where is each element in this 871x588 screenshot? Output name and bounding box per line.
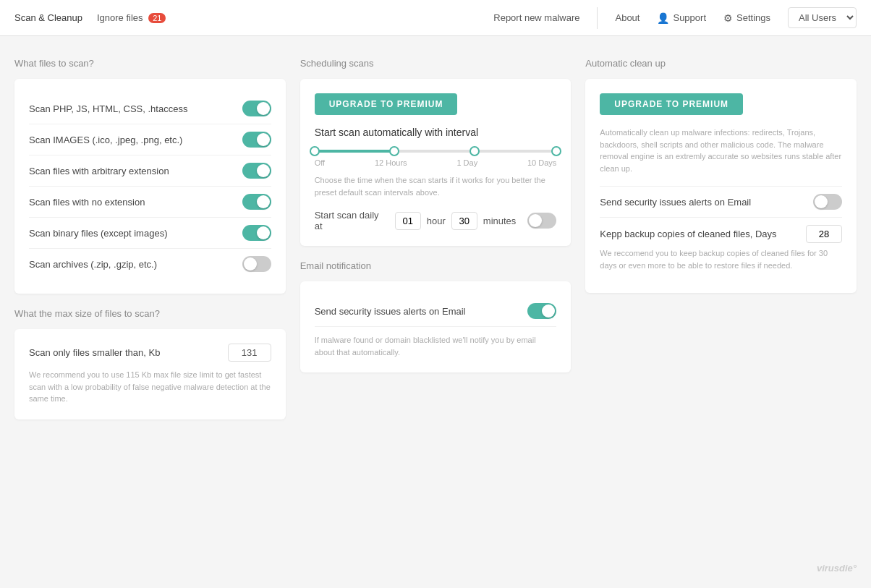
max-size-title: What the max size of files to scan? (14, 308, 286, 319)
scan-files-card: Scan PHP, JS, HTML, CSS, .htaccess Scan … (14, 79, 286, 294)
footer: virusdie° (817, 563, 857, 574)
all-users-select[interactable]: All Users (788, 7, 857, 28)
cleanup-premium-btn[interactable]: UPGRADE TO PREMIUM (600, 93, 743, 115)
toggle-images-switch[interactable] (242, 132, 271, 148)
toggle-arbitrary-ext-label: Scan files with arbitrary extension (29, 166, 169, 176)
toggle-archives: Scan archives (.zip, .gzip, etc.) (29, 249, 271, 279)
toggle-php-js-switch[interactable] (242, 101, 271, 116)
ignore-badge: 21 (148, 13, 166, 23)
about-link[interactable]: About (615, 12, 640, 23)
nav-scan-cleanup[interactable]: Scan & Cleanup (14, 9, 82, 26)
toggle-images: Scan IMAGES (.ico, .jpeg, .png, etc.) (29, 124, 271, 155)
toggle-no-ext-label: Scan files with no extension (29, 197, 145, 208)
nav-ignore-files[interactable]: Ignore files 21 (97, 9, 166, 26)
interval-slider-track[interactable] (315, 150, 557, 153)
settings-icon (723, 12, 733, 24)
settings-link[interactable]: Settings (723, 12, 770, 24)
left-section-title: What files to scan? (14, 58, 286, 69)
slider-label-1d: 1 Day (456, 158, 477, 167)
toggle-archives-label: Scan archives (.zip, .gzip, etc.) (29, 259, 157, 270)
email-alerts-row: Send security issues alerts on Email (600, 186, 842, 217)
right-section-title: Automatic clean up (585, 58, 857, 69)
slider-knob-10d[interactable] (551, 146, 561, 156)
brand-name: virusdie° (817, 563, 857, 574)
backup-label: Kepp backup copies of cleaned files, Day… (600, 229, 776, 239)
report-malware-link[interactable]: Report new malware (493, 12, 579, 23)
toggle-php-js-label: Scan PHP, JS, HTML, CSS, .htaccess (29, 103, 187, 114)
middle-column: Scheduling scans UPGRADE TO PREMIUM Star… (300, 58, 572, 372)
auto-cleanup-card: UPGRADE TO PREMIUM Automatically clean u… (585, 79, 857, 293)
size-label: Scan only files smaller than, Kb (29, 347, 160, 358)
scheduling-premium-btn[interactable]: UPGRADE TO PREMIUM (315, 93, 458, 115)
toggle-images-label: Scan IMAGES (.ico, .jpeg, .png, etc.) (29, 135, 182, 145)
email-alerts-toggle[interactable] (813, 194, 842, 210)
slider-fill (315, 150, 394, 153)
toggle-no-ext-switch[interactable] (242, 194, 271, 210)
daily-scan-toggle[interactable] (527, 213, 556, 229)
slider-desc: Choose the time when the scan starts if … (315, 174, 557, 198)
header-separator (597, 7, 598, 29)
toggle-php-js: Scan PHP, JS, HTML, CSS, .htaccess (29, 93, 271, 124)
header-actions: Report new malware About Support Setting… (493, 7, 857, 29)
slider-label-10d: 10 Days (527, 158, 556, 167)
toggle-binary-label: Scan binary files (except images) (29, 228, 167, 239)
email-section-title: Email notification (300, 260, 572, 271)
toggle-binary-switch[interactable] (242, 225, 271, 241)
slider-knob-off[interactable] (310, 146, 320, 156)
email-toggle-row: Send security issues alerts on Email (315, 296, 557, 327)
max-size-section: What the max size of files to scan? Scan… (14, 308, 286, 419)
header-nav: Scan & Cleanup Ignore files 21 (14, 9, 166, 26)
email-alerts-label: Send security issues alerts on Email (600, 197, 751, 208)
daily-scan-row: Start scan daily at hour minutes (315, 210, 557, 231)
email-toggle-switch[interactable] (527, 303, 556, 319)
daily-minute-input[interactable] (451, 212, 477, 230)
size-input[interactable] (228, 344, 271, 362)
support-link[interactable]: Support (657, 12, 706, 24)
header: Scan & Cleanup Ignore files 21 Report ne… (0, 0, 871, 36)
toggle-binary: Scan binary files (except images) (29, 218, 271, 249)
main-content: What files to scan? Scan PHP, JS, HTML, … (0, 36, 871, 441)
toggle-arbitrary-ext-switch[interactable] (242, 163, 271, 179)
size-row: Scan only files smaller than, Kb (29, 344, 271, 362)
email-toggle-label: Send security issues alerts on Email (315, 306, 466, 317)
backup-desc: We reccomend you to keep backup copies o… (600, 247, 842, 271)
left-column: What files to scan? Scan PHP, JS, HTML, … (14, 58, 286, 419)
size-desc: We recommend you to use 115 Kb max file … (29, 369, 271, 405)
daily-hour-input[interactable] (395, 212, 421, 230)
middle-section-title: Scheduling scans (300, 58, 572, 69)
scan-interval-title: Start scan automatically with interval (315, 127, 557, 138)
auto-desc: Automatically clean up malware infection… (600, 127, 842, 174)
slider-knob-1d[interactable] (470, 146, 480, 156)
slider-labels: Off 12 Hours 1 Day 10 Days (315, 158, 557, 167)
max-size-card: Scan only files smaller than, Kb We reco… (14, 329, 286, 419)
email-desc: If malware found or domain blacklisted w… (315, 334, 557, 358)
scheduling-card: UPGRADE TO PREMIUM Start scan automatica… (300, 79, 572, 246)
support-icon (657, 12, 669, 24)
interval-slider-container: Off 12 Hours 1 Day 10 Days (315, 150, 557, 167)
daily-minute-label: minutes (483, 216, 517, 226)
toggle-no-ext: Scan files with no extension (29, 187, 271, 218)
backup-days-input[interactable] (806, 225, 842, 243)
backup-row: Kepp backup copies of cleaned files, Day… (600, 217, 842, 278)
daily-hour-label: hour (427, 216, 446, 226)
slider-knob-12h[interactable] (389, 146, 399, 156)
daily-scan-label: Start scan daily at (315, 210, 389, 231)
slider-label-12h: 12 Hours (375, 158, 407, 167)
backup-row-top: Kepp backup copies of cleaned files, Day… (600, 225, 842, 243)
right-column: Automatic clean up UPGRADE TO PREMIUM Au… (585, 58, 857, 293)
toggle-arbitrary-ext: Scan files with arbitrary extension (29, 155, 271, 187)
toggle-archives-switch[interactable] (242, 256, 271, 272)
slider-label-off: Off (315, 158, 325, 167)
email-card: Send security issues alerts on Email If … (300, 281, 572, 372)
